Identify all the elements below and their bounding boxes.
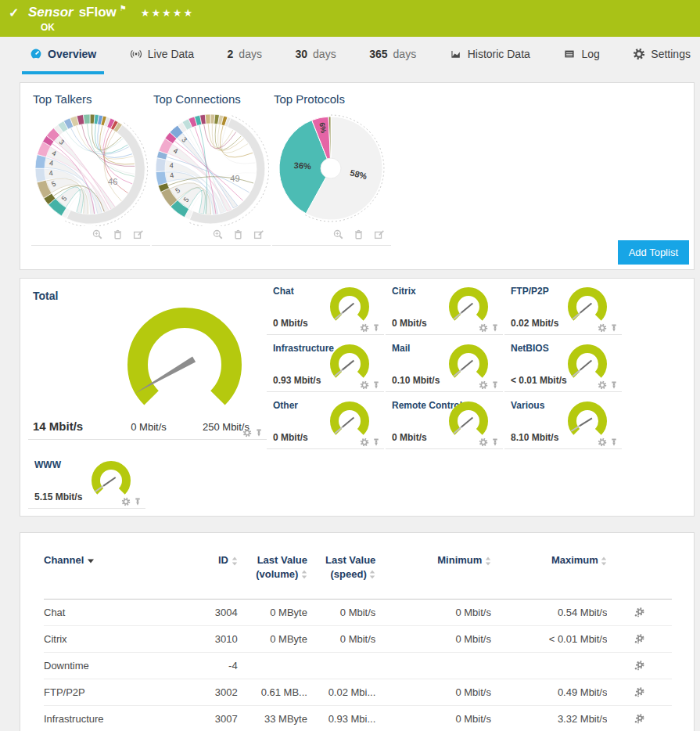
gear-icon[interactable] [479, 323, 488, 333]
table-row: FTP/P2P30020.61 MB...0.02 Mbi...0 Mbit/s… [44, 679, 672, 706]
delete-icon[interactable] [112, 229, 124, 240]
gauge-actions [598, 438, 619, 447]
pin-icon[interactable] [133, 497, 142, 506]
gear-icon[interactable] [598, 438, 607, 447]
gear-icon[interactable] [360, 323, 369, 333]
toplist-chart[interactable]: 58%36%6% [272, 109, 391, 226]
svg-text:36%: 36% [293, 160, 311, 171]
row-gear-icon[interactable] [634, 607, 645, 618]
tab-label: days [313, 48, 336, 60]
gauge-citrix: Citrix0 Mbit/s [386, 281, 503, 335]
zoom-icon[interactable] [212, 229, 224, 240]
cell-min: 0 Mbit/s [375, 686, 491, 698]
tab-settings[interactable]: Settings [625, 37, 698, 74]
gauge-actions [479, 323, 500, 333]
tab-overview[interactable]: Overview [22, 37, 104, 74]
tab-number: 365 [369, 48, 387, 60]
priority-stars[interactable]: ★★★★★ [141, 7, 194, 19]
cell-actions [607, 713, 672, 725]
zoom-icon[interactable] [332, 229, 344, 240]
gauge-netbios: NetBIOS< 0.01 Mbit/s [504, 338, 622, 392]
tab-historic-data[interactable]: Historic Data [442, 37, 538, 74]
column-label: Minimum [437, 554, 485, 566]
gear-icon[interactable] [360, 380, 369, 390]
gauge-channel-name: Other [273, 400, 298, 411]
cell-max: 0.49 Mbit/s [491, 686, 608, 698]
gauge-value: 5.15 Mbit/s [34, 492, 82, 502]
cell-id: 3002 [181, 686, 238, 698]
cell-speed: 0 Mbit/s [307, 607, 375, 618]
row-gear-icon[interactable] [634, 633, 645, 645]
gauges-panel: Total0 Mbit/s250 Mbit/s14 Mbit/sChat0 Mb… [20, 278, 695, 517]
sort-icon [369, 570, 375, 579]
gauge-mail: Mail0.10 Mbit/s [386, 338, 503, 392]
column-label: Maximum [551, 554, 601, 566]
pin-icon[interactable] [254, 428, 264, 438]
channel-gauge [444, 285, 493, 329]
gear-icon[interactable] [360, 438, 369, 447]
tab-bar: OverviewLive Data2days30days365daysHisto… [0, 37, 700, 74]
column-header-last-value-volume-[interactable]: Last Value (volume) [238, 553, 307, 581]
caret-down-icon [87, 559, 95, 564]
tab-live-data[interactable]: Live Data [122, 37, 202, 74]
status-check-icon: ✓ [9, 5, 19, 20]
toplist-top-talkers: Top Talkers46554443 [31, 92, 150, 246]
tab-log[interactable]: Log [555, 37, 607, 74]
gauge-actions [598, 380, 619, 390]
sort-icon [232, 556, 238, 566]
gauge-value: < 0.01 Mbit/s [511, 375, 567, 386]
column-label: Last Value [325, 554, 375, 566]
column-header-minimum[interactable]: Minimum [375, 553, 491, 567]
gear-icon[interactable] [598, 380, 607, 390]
sensor-header: ✓ SensorsFlow⚑★★★★★ OK [0, 0, 700, 37]
pin-icon[interactable] [490, 380, 500, 390]
gear-icon[interactable] [242, 428, 252, 438]
edit-icon[interactable] [253, 229, 264, 240]
toplist-top-connections: Top Connections49554443 [152, 92, 271, 246]
tab-365-days[interactable]: 365days [361, 37, 424, 74]
add-toplist-button[interactable]: Add Toplist [618, 240, 689, 265]
table-header-row: Channel ID Last Value (volume) Last Valu… [44, 553, 672, 600]
tab-2-days[interactable]: 2days [220, 37, 270, 74]
column-header-id[interactable]: ID [181, 553, 238, 567]
row-gear-icon[interactable] [634, 686, 645, 698]
edit-icon[interactable] [132, 229, 144, 240]
channel-gauge [87, 459, 135, 502]
column-header-last-value-speed-[interactable]: Last Value (speed) [307, 553, 375, 581]
table-body: Chat30040 MByte0 Mbit/s0 Mbit/s0.54 Mbit… [44, 600, 672, 731]
cell-volume: 0 MByte [238, 633, 307, 645]
toplist-chart[interactable]: 46554443 [31, 109, 150, 226]
delete-icon[interactable] [353, 229, 364, 240]
toplist-chart[interactable]: 49554443 [152, 109, 271, 226]
tab-30-days[interactable]: 30days [287, 37, 343, 74]
delete-icon[interactable] [232, 229, 244, 240]
edit-icon[interactable] [373, 229, 385, 240]
gauge-channel-name: WWW [34, 459, 61, 470]
row-gear-icon[interactable] [634, 660, 645, 672]
cell-volume: 0 MByte [238, 607, 307, 618]
channel-gauge [325, 399, 374, 443]
flag-icon[interactable]: ⚑ [120, 4, 127, 13]
gauge-actions [479, 438, 500, 447]
gear-icon[interactable] [598, 323, 607, 333]
gear-icon[interactable] [479, 438, 488, 447]
pin-icon[interactable] [372, 323, 381, 333]
channel-gauge [444, 342, 493, 386]
pin-icon[interactable] [372, 438, 381, 447]
cell-volume: 33 MByte [238, 713, 307, 725]
pin-icon[interactable] [609, 323, 619, 333]
column-header-channel[interactable]: Channel [44, 553, 181, 567]
pin-icon[interactable] [609, 438, 619, 447]
zoom-icon[interactable] [92, 229, 103, 240]
gear-icon[interactable] [121, 497, 131, 506]
gauge-ftp-p2p: FTP/P2P0.02 Mbit/s [504, 281, 622, 335]
gear-icon[interactable] [479, 380, 488, 390]
pin-icon[interactable] [372, 380, 381, 390]
column-header-maximum[interactable]: Maximum [491, 553, 608, 567]
chord-chart: 46554443 [31, 109, 149, 226]
row-gear-icon[interactable] [634, 713, 645, 725]
svg-text:49: 49 [230, 174, 239, 183]
pin-icon[interactable] [490, 323, 500, 333]
pin-icon[interactable] [609, 380, 619, 390]
pin-icon[interactable] [490, 438, 500, 447]
